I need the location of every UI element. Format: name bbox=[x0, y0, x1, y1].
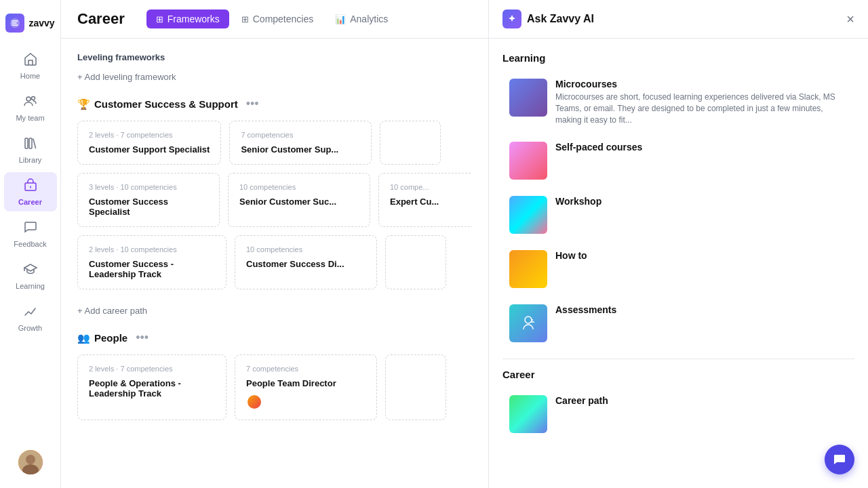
chat-button[interactable] bbox=[825, 445, 854, 474]
group-more-button[interactable]: ••• bbox=[243, 96, 262, 113]
feedback-icon bbox=[23, 220, 38, 238]
ai-panel-content: Learning Microcourses Microcourses are s… bbox=[489, 39, 868, 488]
add-career-path-label: + Add career path bbox=[77, 306, 147, 316]
ai-panel-close-button[interactable]: × bbox=[846, 12, 854, 26]
ai-item-workshop[interactable]: Workshop bbox=[502, 189, 854, 241]
content-area: Leveling frameworks + Add leveling frame… bbox=[61, 39, 488, 488]
ai-item-assessments[interactable]: Assessments bbox=[502, 298, 854, 349]
my-team-icon bbox=[23, 94, 38, 112]
card-meta: 10 compe... bbox=[390, 183, 472, 191]
card-title: People Team Director bbox=[246, 378, 366, 388]
selfpaced-thumbnail bbox=[509, 142, 547, 180]
card-title: People & Operations - Leadership Track bbox=[89, 378, 215, 399]
user-avatar[interactable] bbox=[18, 450, 43, 474]
svg-point-7 bbox=[26, 455, 35, 464]
page-title: Career bbox=[77, 10, 125, 28]
ai-item-title: Workshop bbox=[555, 196, 848, 207]
career-card-empty[interactable] bbox=[385, 354, 446, 420]
career-cards-row-2: 3 levels · 10 competencies Customer Succ… bbox=[77, 173, 472, 227]
workshop-thumbnail bbox=[509, 196, 547, 234]
career-card-empty[interactable] bbox=[385, 235, 446, 289]
card-meta: 3 levels · 10 competencies bbox=[89, 183, 208, 191]
tab-frameworks[interactable]: ⊞ Frameworks bbox=[146, 9, 229, 28]
svg-point-2 bbox=[31, 97, 35, 100]
career-card[interactable]: 10 competencies Senior Customer Suc... bbox=[228, 173, 370, 227]
ai-item-body: Assessments bbox=[555, 304, 848, 317]
page-header: Career ⊞ Frameworks ⊞ Competencies 📊 Ana… bbox=[61, 0, 488, 39]
career-group-people: 👥 People ••• 2 levels · 7 competencies P… bbox=[77, 329, 472, 420]
leveling-frameworks-header: Leveling frameworks bbox=[77, 52, 472, 62]
group-emoji: 🏆 bbox=[77, 98, 90, 110]
add-leveling-framework-link[interactable]: + Add leveling framework bbox=[77, 72, 472, 82]
career-group-title: 🏆 Customer Success & Support bbox=[77, 98, 238, 110]
microcourses-thumbnail bbox=[509, 79, 547, 117]
ai-career-section-title: Career bbox=[502, 369, 854, 380]
sidebar-item-home[interactable]: Home bbox=[4, 46, 57, 85]
tab-analytics[interactable]: 📊 Analytics bbox=[326, 9, 397, 28]
analytics-tab-label: Analytics bbox=[350, 14, 388, 24]
ai-panel: Ask Zavvy AI × Learning Microcourses Mic… bbox=[488, 0, 868, 488]
library-icon bbox=[23, 136, 38, 154]
card-meta: 2 levels · 7 competencies bbox=[89, 131, 210, 139]
frameworks-tab-label: Frameworks bbox=[167, 14, 220, 24]
card-meta: 10 competencies bbox=[239, 183, 359, 191]
career-card[interactable]: 2 levels · 7 competencies People & Opera… bbox=[77, 354, 226, 420]
career-card[interactable]: 2 levels · 7 competencies Customer Suppo… bbox=[77, 121, 221, 165]
ai-item-how-to[interactable]: How to bbox=[502, 243, 854, 295]
ai-item-title: How to bbox=[555, 250, 848, 261]
career-card[interactable]: 10 compe... Expert Cu... bbox=[378, 173, 472, 227]
ai-divider bbox=[502, 359, 854, 359]
frameworks-tab-icon: ⊞ bbox=[156, 14, 163, 24]
card-meta: 10 competencies bbox=[246, 245, 366, 253]
card-title: Senior Customer Sup... bbox=[241, 144, 360, 155]
add-career-path-link[interactable]: + Add career path bbox=[77, 306, 472, 316]
career-card[interactable]: 7 competencies People Team Director bbox=[235, 354, 377, 420]
app-logo: zavvy bbox=[0, 8, 60, 43]
ai-item-body: Career path bbox=[555, 395, 848, 408]
ai-item-body: Self-paced courses bbox=[555, 142, 848, 155]
ai-panel-title-text: Ask Zavvy AI bbox=[527, 13, 594, 25]
ai-item-microcourses[interactable]: Microcourses Microcourses are short, foc… bbox=[502, 72, 854, 132]
sidebar-item-growth[interactable]: Growth bbox=[4, 298, 57, 338]
competencies-tab-icon: ⊞ bbox=[241, 14, 249, 24]
career-card-empty[interactable] bbox=[380, 121, 441, 165]
add-framework-label: + Add leveling framework bbox=[77, 72, 176, 82]
career-card[interactable]: 10 competencies Customer Success Di... bbox=[235, 235, 377, 289]
tab-competencies[interactable]: ⊞ Competencies bbox=[232, 9, 323, 28]
ai-learning-section-title: Learning bbox=[502, 52, 854, 64]
main-content: Career ⊞ Frameworks ⊞ Competencies 📊 Ana… bbox=[61, 0, 488, 488]
sidebar-item-learning-label: Learning bbox=[16, 282, 45, 290]
people-group-more-button[interactable]: ••• bbox=[133, 329, 151, 346]
ai-item-title: Career path bbox=[555, 395, 848, 406]
sidebar-item-learning[interactable]: Learning bbox=[4, 256, 57, 296]
svg-rect-3 bbox=[25, 138, 28, 148]
assessments-thumbnail bbox=[509, 304, 547, 342]
ai-item-title: Self-paced courses bbox=[555, 142, 848, 152]
career-card[interactable]: 2 levels · 10 competencies Customer Succ… bbox=[77, 235, 226, 289]
ai-item-self-paced[interactable]: Self-paced courses bbox=[502, 135, 854, 186]
career-card[interactable]: 3 levels · 10 competencies Customer Succ… bbox=[77, 173, 220, 227]
sidebar-item-career[interactable]: Career bbox=[4, 172, 57, 211]
card-title: Senior Customer Suc... bbox=[239, 197, 359, 207]
card-meta: 7 competencies bbox=[241, 131, 360, 139]
logo-icon bbox=[5, 14, 24, 33]
sidebar-item-my-team[interactable]: My team bbox=[4, 88, 57, 127]
sidebar-item-feedback[interactable]: Feedback bbox=[4, 214, 57, 253]
sidebar-item-library[interactable]: Library bbox=[4, 130, 57, 169]
ai-item-desc: Microcourses are short, focused learning… bbox=[555, 92, 848, 125]
card-title: Customer Success - Leadership Track bbox=[89, 259, 215, 279]
career-card[interactable]: 7 competencies Senior Customer Sup... bbox=[229, 121, 372, 165]
ai-item-body: Microcourses Microcourses are short, foc… bbox=[555, 79, 848, 125]
sidebar-item-home-label: Home bbox=[20, 72, 40, 80]
ai-item-career-path[interactable]: Career path bbox=[502, 388, 854, 440]
sidebar-item-library-label: Library bbox=[19, 156, 42, 164]
sidebar-item-my-team-label: My team bbox=[16, 114, 44, 122]
card-title: Customer Support Specialist bbox=[89, 144, 210, 155]
mini-avatar bbox=[246, 394, 262, 410]
card-meta: 7 competencies bbox=[246, 365, 366, 373]
header-tabs: ⊞ Frameworks ⊞ Competencies 📊 Analytics bbox=[146, 9, 398, 28]
home-icon bbox=[23, 52, 38, 70]
ai-panel-header: Ask Zavvy AI × bbox=[489, 0, 868, 39]
ai-panel-title: Ask Zavvy AI bbox=[502, 9, 594, 28]
competencies-tab-label: Competencies bbox=[253, 14, 314, 24]
